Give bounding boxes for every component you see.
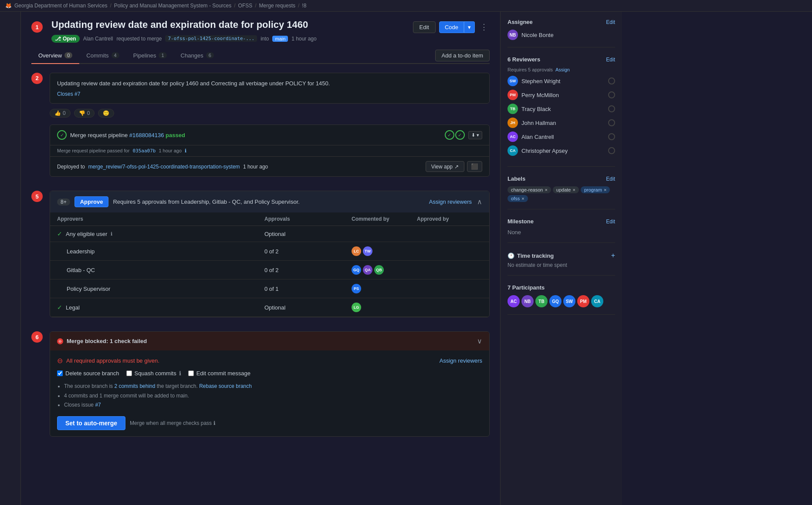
participants-title: 7 Participants — [508, 284, 545, 291]
breadcrumb-id: !8 — [302, 3, 306, 9]
tab-overview[interactable]: Overview 0 — [31, 48, 79, 64]
label-remove-icon[interactable]: × — [572, 187, 575, 192]
label-remove-icon[interactable]: × — [604, 187, 606, 192]
add-todo-button[interactable]: Add a to-do item — [435, 50, 490, 61]
edit-commit-input[interactable] — [188, 370, 194, 376]
approvals-section: 5 8+ Approve Requires 5 approvals from L… — [31, 191, 490, 324]
reviewer-avatar: AC — [508, 131, 518, 142]
squash-help-icon: ℹ — [179, 370, 181, 377]
reviewers-assign-link[interactable]: Assign — [555, 67, 570, 72]
time-add-button[interactable]: + — [611, 252, 615, 259]
stop-deploy-button[interactable]: ⬛ — [467, 161, 482, 172]
breadcrumb-project[interactable]: Policy and Manual Management System - So… — [114, 3, 231, 9]
label-tag: program × — [581, 186, 610, 193]
reviewer-row: TB Tracy Black — [508, 104, 615, 114]
label-remove-icon[interactable]: × — [521, 196, 524, 201]
reviewer-name: Stephen Wright — [521, 78, 560, 84]
step-badge-2: 2 — [31, 73, 43, 84]
avatar: TW — [363, 246, 372, 256]
breadcrumb-org[interactable]: Georgia Department of Human Services — [14, 3, 107, 9]
label-tag: update × — [553, 186, 579, 193]
description-text: Updating review date and expiration date… — [57, 79, 482, 88]
edit-commit-checkbox[interactable]: Edit commit message — [188, 370, 250, 377]
reviewer-name: Christopher Apsey — [521, 148, 568, 154]
reviewer-approval-circle — [608, 133, 615, 140]
merge-notes: The source branch is 2 commits behind th… — [57, 382, 482, 410]
closes-link[interactable]: Closes #7 — [57, 91, 80, 97]
reactions-bar: 👍 0 👎 0 🙂 — [50, 109, 490, 118]
label-remove-icon[interactable]: × — [545, 187, 547, 192]
rebase-link[interactable]: Rebase source branch — [199, 383, 252, 389]
header-actions: Edit Code ▾ ⋮ — [413, 20, 490, 34]
reviewer-approval-circle — [608, 147, 615, 154]
more-options-button[interactable]: ⋮ — [478, 20, 490, 34]
time-tracking-value: No estimate or time spent — [508, 262, 615, 268]
table-row: Leadership 0 of 2 LC TW — [50, 242, 489, 261]
description-section: 2 Updating review date and expiration da… — [31, 73, 490, 118]
breadcrumb-section[interactable]: Merge requests — [259, 3, 295, 9]
pipeline-header: ✓ Merge request pipeline #1688084136 pas… — [50, 125, 489, 145]
thumbs-up-reaction[interactable]: 👍 0 — [50, 109, 71, 118]
merge-collapse-button[interactable]: ∨ — [477, 337, 482, 345]
milestone-section: Milestone Edit None — [508, 218, 615, 243]
edit-button[interactable]: Edit — [413, 21, 436, 33]
status-badge: ⎇ Open — [51, 35, 80, 43]
thumbs-down-reaction[interactable]: 👎 0 — [74, 109, 95, 118]
reviewer-approval-circle — [608, 105, 615, 112]
milestone-value: None — [508, 229, 521, 236]
code-dropdown-button[interactable]: ▾ — [464, 21, 475, 33]
breadcrumb-shortcode[interactable]: OFSS — [238, 3, 253, 9]
commits-behind-link[interactable]: 2 commits behind — [114, 383, 155, 389]
reviewer-avatar: CA — [508, 145, 518, 156]
table-row: Policy Supervisor 0 of 1 PS — [50, 279, 489, 298]
delete-source-input[interactable] — [57, 370, 63, 376]
avatar: GQ — [352, 265, 361, 275]
pipeline-link[interactable]: #1688084136 — [129, 132, 164, 138]
reviewer-name: Tracy Black — [521, 106, 551, 112]
reviewer-approval-circle — [608, 77, 615, 84]
milestone-title: Milestone — [508, 218, 534, 225]
merge-note: 4 commits and 1 merge commit will be add… — [64, 391, 482, 401]
closes-issue-link[interactable]: #7 — [95, 402, 101, 408]
assign-reviewers-button-2[interactable]: Assign reviewers — [440, 357, 482, 364]
view-app-button[interactable]: View app ↗ — [426, 161, 464, 172]
approvals-table: Approvers Approvals Commented by Approve… — [50, 212, 489, 317]
assignee-edit-button[interactable]: Edit — [606, 19, 615, 25]
reviewer-row: PM Perry McMillon — [508, 90, 615, 100]
assign-reviewers-button[interactable]: Assign reviewers — [429, 199, 472, 205]
reviewers-edit-button[interactable]: Edit — [606, 57, 615, 63]
deployment-row: Deployed to merge_review/7-ofss-pol-1425… — [50, 156, 489, 176]
blocked-dot: ⊖ — [57, 338, 63, 344]
reviewer-row: SW Stephen Wright — [508, 76, 615, 86]
merge-note: Closes issue #7 — [64, 401, 482, 410]
tab-commits[interactable]: Commits 4 — [79, 48, 126, 64]
reviewer-approval-circle — [608, 119, 615, 126]
code-button[interactable]: Code — [439, 21, 464, 33]
squash-commits-input[interactable] — [126, 370, 132, 376]
tab-changes[interactable]: Changes 6 — [174, 48, 221, 64]
emoji-add-reaction[interactable]: 🙂 — [98, 109, 114, 118]
avatar: QB — [374, 265, 384, 275]
deploy-link[interactable]: merge_review/7-ofss-pol-1425-coordinated… — [88, 164, 240, 170]
approvals-collapse-button[interactable]: ∧ — [477, 198, 482, 206]
labels-edit-button[interactable]: Edit — [606, 176, 615, 182]
pipeline-download-button[interactable]: ⬇ ▾ — [468, 131, 482, 139]
table-row: ✓ Legal Optional LG — [50, 298, 489, 317]
participant-avatar: GQ — [549, 295, 562, 307]
auto-merge-row: Set to auto-merge Merge when all merge c… — [57, 416, 482, 430]
squash-commits-checkbox[interactable]: Squash commits ℹ — [126, 370, 181, 377]
auto-merge-button[interactable]: Set to auto-merge — [57, 416, 125, 430]
time-tracking-title: Time tracking — [517, 252, 554, 259]
tab-overview-badge: 0 — [64, 52, 72, 58]
tab-pipelines[interactable]: Pipelines 1 — [126, 48, 174, 64]
delete-source-checkbox[interactable]: Delete source branch — [57, 370, 119, 377]
reviewer-name: Alan Cantrell — [521, 134, 554, 140]
time-tracking-icon: 🕐 — [508, 252, 514, 259]
pipeline-check-icon: ✓ — [57, 130, 67, 140]
table-row: Gitlab - QC 0 of 2 GQ QA QB — [50, 261, 489, 279]
merge-section: 6 ⊖ Merge blocked: 1 check failed ∨ ⊖ — [31, 331, 490, 444]
approve-button[interactable]: Approve — [74, 196, 109, 207]
source-branch: 7-ofss-pol-1425-coordinate-... — [165, 35, 257, 42]
help-icon: ℹ — [111, 231, 112, 237]
milestone-edit-button[interactable]: Edit — [606, 219, 615, 225]
